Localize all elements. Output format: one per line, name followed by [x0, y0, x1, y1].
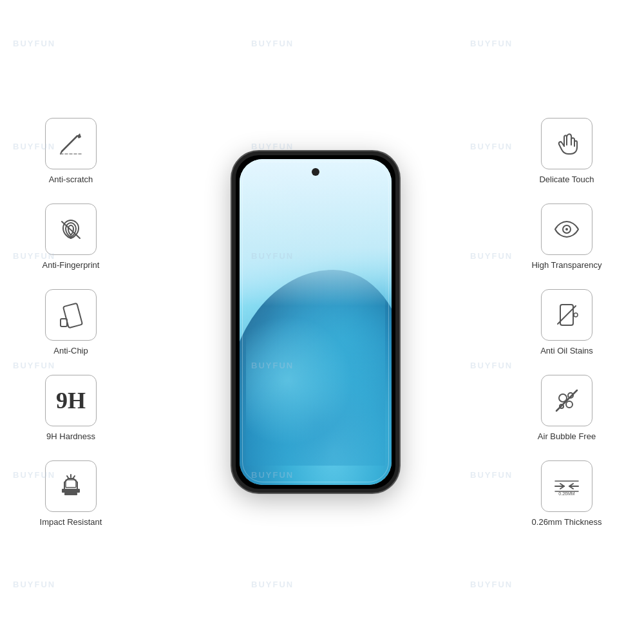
anti-fingerprint-icon-box — [45, 204, 97, 255]
oil-icon — [551, 299, 582, 330]
main-layout: Anti-scratch Anti-Fingerprint — [0, 0, 644, 644]
svg-point-16 — [574, 313, 578, 317]
svg-rect-9 — [66, 480, 76, 488]
volume-button-right — [398, 249, 399, 287]
svg-point-20 — [566, 401, 573, 408]
9h-hardness-label: 9H Hardness — [46, 431, 95, 441]
high-transparency-icon-box — [541, 204, 592, 255]
svg-line-12 — [67, 476, 68, 478]
fingerprint-icon — [55, 214, 86, 245]
feature-thickness: 0.26MM 0.26mm Thickness — [532, 460, 602, 527]
impact-icon — [55, 471, 86, 502]
feature-anti-chip: Anti-Chip — [45, 289, 97, 355]
phone-screen — [240, 159, 392, 485]
left-features-column: Anti-scratch Anti-Fingerprint — [19, 118, 122, 527]
air-bubble-free-icon-box — [541, 375, 592, 426]
feature-air-bubble-free: Air Bubble Free — [538, 375, 596, 441]
svg-line-0 — [62, 136, 77, 151]
high-transparency-label: High Transparency — [531, 260, 601, 270]
impact-resistant-icon-box — [45, 460, 97, 512]
thickness-label: 0.26mm Thickness — [532, 517, 602, 527]
feature-anti-scratch: Anti-scratch — [45, 118, 97, 184]
svg-point-14 — [565, 228, 568, 231]
chip-icon — [55, 299, 86, 330]
delicate-touch-label: Delicate Touch — [539, 175, 594, 184]
anti-oil-stains-label: Anti Oil Stains — [540, 346, 593, 355]
thickness-icon: 0.26MM — [551, 471, 582, 502]
anti-chip-label: Anti-Chip — [53, 346, 88, 355]
9h-text: 9H — [56, 389, 86, 412]
delicate-touch-icon-box — [541, 118, 592, 169]
anti-chip-icon-box — [45, 289, 97, 341]
svg-text:0.26MM: 0.26MM — [558, 491, 574, 496]
anti-fingerprint-label: Anti-Fingerprint — [43, 260, 100, 270]
feature-high-transparency: High Transparency — [531, 204, 601, 270]
touch-icon — [551, 128, 582, 159]
svg-marker-1 — [77, 133, 81, 138]
svg-line-11 — [73, 476, 75, 478]
air-bubble-free-label: Air Bubble Free — [538, 431, 596, 441]
9h-hardness-icon-box: 9H — [45, 375, 97, 426]
svg-rect-8 — [64, 493, 77, 495]
splash-particles — [246, 254, 385, 466]
volume-button-left — [232, 226, 233, 258]
eye-icon — [551, 214, 582, 245]
feature-9h-hardness: 9H 9H Hardness — [45, 375, 97, 441]
thickness-icon-box: 0.26MM — [541, 460, 592, 512]
right-features-column: Delicate Touch High Transparency — [509, 118, 625, 527]
anti-scratch-label: Anti-scratch — [49, 175, 93, 184]
anti-scratch-icon-box — [45, 118, 97, 169]
impact-resistant-label: Impact Resistant — [40, 517, 102, 527]
phone-container — [122, 151, 509, 493]
power-button — [398, 213, 399, 239]
feature-delicate-touch: Delicate Touch — [539, 118, 594, 184]
anti-oil-stains-icon-box — [541, 289, 592, 341]
phone-camera — [312, 168, 319, 176]
svg-rect-5 — [63, 303, 82, 328]
feature-impact-resistant: Impact Resistant — [40, 460, 102, 527]
feature-anti-oil-stains: Anti Oil Stains — [540, 289, 593, 355]
svg-rect-7 — [62, 489, 80, 493]
phone-frame — [232, 151, 399, 493]
bubble-icon — [551, 385, 582, 416]
feature-anti-fingerprint: Anti-Fingerprint — [43, 204, 100, 270]
scratch-icon — [55, 128, 86, 159]
